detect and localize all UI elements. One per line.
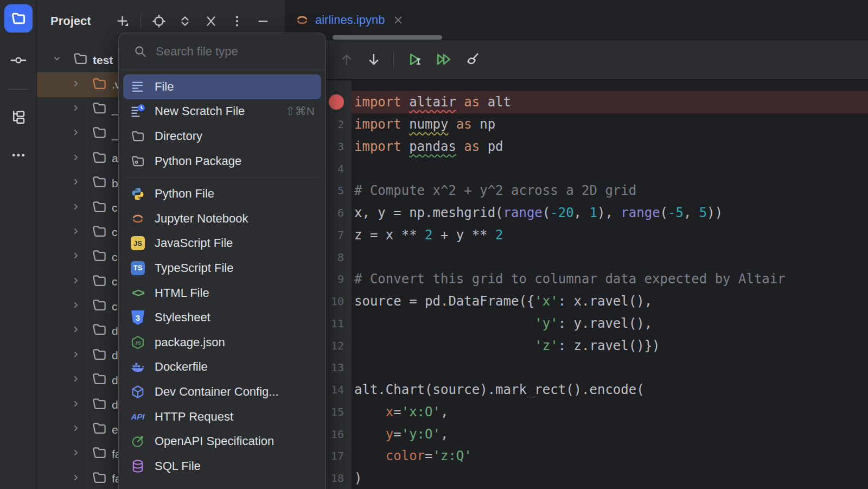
toolbar-divider: [393, 52, 394, 68]
code-text[interactable]: z = x ** 2 + y ** 2: [352, 224, 868, 246]
notebook-editor: import altair as alt 2 import numpy as n…: [285, 80, 868, 489]
add-icon[interactable]: [115, 14, 130, 28]
menu-item-javascript-file[interactable]: JS JavaScript File: [123, 231, 321, 256]
menu-item-python-file[interactable]: Python File: [123, 181, 321, 206]
menu-item-label: package.json: [155, 335, 225, 350]
kebab-icon[interactable]: [230, 14, 244, 28]
dev-container-icon: [130, 384, 146, 399]
menu-item-package-json[interactable]: JS package.json: [123, 330, 321, 355]
code-line-18: 18 ): [285, 467, 868, 489]
menu-item-html-file[interactable]: <> HTML File: [123, 281, 321, 306]
tool-window-button-commit[interactable]: [10, 52, 27, 71]
horizontal-scrollbar-thumb[interactable]: [333, 35, 442, 40]
run-cell-icon[interactable]: [406, 51, 423, 68]
scratch-icon: [130, 104, 146, 119]
code-text[interactable]: source = pd.DataFrame({'x': x.ravel(),: [352, 290, 868, 313]
arrow-down-icon[interactable]: [366, 52, 381, 67]
code-text[interactable]: y='y:O',: [352, 423, 868, 445]
code-text[interactable]: x, y = np.meshgrid(range(-20, 1), range(…: [352, 202, 868, 224]
python-icon: [130, 186, 146, 201]
expand-all-icon[interactable]: [178, 14, 192, 28]
http-icon: API: [130, 412, 146, 421]
ide-window: Project test .v _ _ a b c c c c: [0, 0, 868, 489]
search-icon: [133, 45, 148, 59]
close-tab-icon[interactable]: [393, 15, 403, 25]
breakpoint-icon: [329, 94, 344, 110]
code-line-17: 17 color='z:Q': [285, 445, 868, 467]
code-line-11: 11 'y': y.ravel(),: [285, 313, 868, 335]
new-file-popup: Search file type File New Scratch File ⇧…: [118, 33, 326, 489]
menu-item-directory[interactable]: Directory: [123, 124, 321, 149]
menu-item-label: File: [155, 80, 174, 94]
code-line-13: 13: [285, 357, 868, 379]
code-text[interactable]: [352, 357, 868, 379]
menu-item-label: Dev Container Config...: [155, 385, 279, 399]
project-panel-toolbar: [115, 14, 270, 29]
menu-item-label: JavaScript File: [155, 236, 233, 250]
code-text[interactable]: # Compute x^2 + y^2 across a 2D grid: [352, 180, 868, 202]
tree-item-label: c: [112, 251, 118, 264]
code-text[interactable]: ): [352, 467, 868, 489]
docker-icon: [130, 359, 146, 374]
menu-item-label: Stylesheet: [155, 310, 210, 325]
menu-item-label: OpenAPI Specification: [155, 434, 274, 448]
code-line-5: 5 # Compute x^2 + y^2 across a 2D grid: [285, 180, 868, 202]
html-icon: <>: [130, 286, 146, 300]
locate-icon[interactable]: [152, 14, 166, 28]
stylesheet-icon: 3: [130, 310, 146, 325]
code-text[interactable]: import pandas as pd: [352, 136, 868, 158]
menu-item-sql-file[interactable]: SQL File: [123, 454, 321, 479]
menu-item-typescript-file[interactable]: TS TypeScript File: [123, 256, 321, 281]
code-line-14: 14 alt.Chart(source).mark_rect().encode(: [285, 379, 868, 401]
code-text[interactable]: # Convert this grid to columnar data exp…: [352, 268, 868, 290]
tool-window-button-project[interactable]: [4, 4, 33, 33]
code-cell: import altair as alt 2 import numpy as n…: [285, 91, 868, 489]
collapse-all-icon[interactable]: [204, 14, 218, 28]
menu-item-shortcut: ⇧⌘N: [285, 105, 315, 118]
tab-airlines-ipynb[interactable]: airlines.ipynb: [295, 12, 403, 28]
code-text[interactable]: [352, 157, 868, 180]
menu-item-http-request[interactable]: API HTTP Request: [123, 404, 321, 429]
tree-item-label: test: [93, 54, 113, 67]
code-text[interactable]: import altair as alt: [352, 91, 868, 113]
popup-search-field[interactable]: Search file type: [119, 33, 326, 70]
code-line-1: import altair as alt: [285, 91, 868, 113]
menu-item-dockerfile[interactable]: Dockerfile: [123, 355, 321, 380]
menu-item-label: Python File: [155, 187, 214, 201]
menu-item-label: TypeScript File: [155, 261, 234, 275]
broom-icon[interactable]: [464, 52, 481, 68]
directory-icon: [130, 129, 146, 144]
arrow-up-icon[interactable]: [339, 52, 354, 67]
menu-item-file[interactable]: File: [123, 74, 321, 99]
menu-item-dev-container-config[interactable]: Dev Container Config...: [123, 379, 321, 404]
code-text[interactable]: [352, 246, 868, 268]
menu-item-new-scratch-file[interactable]: New Scratch File ⇧⌘N: [123, 99, 321, 124]
code-line-7: 7 z = x ** 2 + y ** 2: [285, 224, 868, 246]
code-text[interactable]: 'z': z.ravel()}): [352, 334, 868, 357]
code-line-16: 16 y='y:O',: [285, 423, 868, 445]
popup-item-list: File New Scratch File ⇧⌘N Directory Pyth…: [119, 70, 326, 479]
tree-item-label: c: [112, 201, 118, 214]
search-placeholder: Search file type: [156, 45, 238, 59]
code-line-3: 3 import pandas as pd: [285, 136, 868, 158]
javascript-icon: JS: [130, 236, 146, 250]
menu-item-label: Python Package: [155, 154, 241, 168]
code-text[interactable]: 'y': y.ravel(),: [352, 313, 868, 335]
code-text[interactable]: x='x:O',: [352, 401, 868, 423]
tab-title: airlines.ipynb: [315, 13, 385, 27]
code-text[interactable]: import numpy as np: [352, 113, 868, 136]
code-text[interactable]: color='z:Q': [352, 445, 868, 467]
typescript-icon: TS: [130, 261, 146, 275]
tool-window-button-more[interactable]: [10, 147, 27, 166]
menu-item-python-package[interactable]: Python Package: [123, 149, 321, 174]
code-text[interactable]: alt.Chart(source).mark_rect().encode(: [352, 379, 868, 401]
menu-item-openapi-specification[interactable]: OpenAPI Specification: [123, 429, 321, 454]
menu-item-jupyter-notebook[interactable]: Jupyter Notebook: [123, 206, 321, 231]
python-package-icon: [130, 154, 146, 169]
tool-window-button-structure[interactable]: [10, 109, 27, 128]
editor-pane: airlines.ipynb import altair as alt 2 im…: [285, 0, 868, 489]
menu-item-stylesheet[interactable]: 3 Stylesheet: [123, 305, 321, 330]
hide-icon[interactable]: [256, 14, 270, 28]
run-all-icon[interactable]: [435, 51, 452, 68]
jupyter-notebook-icon: [295, 12, 310, 28]
